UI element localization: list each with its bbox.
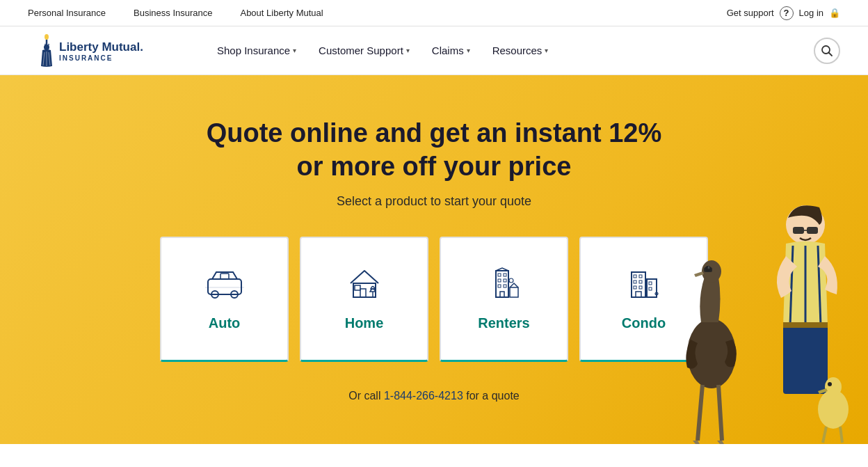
renters-label: Renters [478, 315, 529, 331]
character-illustration [673, 166, 868, 444]
top-bar-actions: Get support ? Log in 🔒 [727, 6, 840, 20]
svg-point-0 [45, 34, 49, 40]
nav-claims[interactable]: Claims ▾ [424, 39, 479, 62]
svg-rect-20 [355, 285, 360, 290]
chevron-down-icon: ▾ [467, 47, 470, 54]
svg-rect-27 [498, 285, 501, 287]
svg-rect-24 [504, 274, 506, 276]
home-icon [345, 267, 384, 304]
svg-line-64 [840, 427, 842, 443]
svg-rect-46 [807, 227, 818, 234]
svg-point-62 [828, 382, 832, 386]
svg-point-31 [509, 278, 513, 283]
logo-svg: Liberty Mutual. INSURANCE [28, 31, 167, 70]
svg-line-63 [823, 427, 826, 443]
business-insurance-link[interactable]: Business Insurance [134, 8, 212, 18]
svg-rect-23 [498, 274, 501, 276]
product-card-renters[interactable]: Renters [440, 237, 568, 362]
get-support-label: Get support [727, 8, 774, 18]
hero-section: Quote online and get an instant 12% or m… [0, 75, 868, 444]
chevron-down-icon: ▾ [406, 47, 410, 54]
cta-suffix: for a quote [463, 390, 520, 402]
svg-rect-57 [704, 267, 712, 272]
product-cards: Auto Home [160, 237, 708, 362]
condo-label: Condo [622, 315, 666, 331]
svg-rect-39 [636, 292, 641, 297]
main-nav: Liberty Mutual. INSURANCE Shop Insurance… [0, 26, 868, 75]
nav-shop-insurance[interactable]: Shop Insurance ▾ [209, 39, 305, 62]
support-icon[interactable]: ? [780, 6, 794, 20]
top-bar-nav: Personal Insurance Business Insurance Ab… [28, 8, 323, 18]
svg-rect-28 [504, 285, 506, 287]
logo[interactable]: Liberty Mutual. INSURANCE [28, 31, 167, 70]
nav-customer-support[interactable]: Customer Support ▾ [310, 39, 418, 62]
auto-label: Auto [209, 315, 241, 331]
svg-point-61 [825, 377, 842, 397]
svg-line-58 [698, 385, 702, 441]
nav-resources[interactable]: Resources ▾ [484, 39, 557, 62]
product-card-auto[interactable]: Auto [160, 237, 289, 362]
chevron-down-icon: ▾ [545, 47, 548, 54]
svg-rect-52 [783, 322, 828, 328]
svg-rect-45 [793, 227, 804, 234]
svg-rect-42 [649, 287, 652, 290]
svg-rect-36 [639, 280, 642, 283]
hero-cta: Or call 1-844-266-4213 for a quote [348, 390, 520, 402]
condo-icon [625, 267, 664, 304]
svg-rect-33 [634, 275, 636, 278]
search-button[interactable] [814, 38, 840, 64]
auto-icon [205, 267, 244, 304]
svg-marker-3 [45, 43, 46, 45]
svg-marker-5 [48, 43, 49, 45]
svg-text:INSURANCE: INSURANCE [59, 54, 113, 62]
svg-rect-19 [360, 289, 366, 297]
cta-text: Or call [348, 390, 384, 402]
hero-title: Quote online and get an instant 12% or m… [207, 117, 662, 183]
hero-subtitle: Select a product to start your quote [337, 194, 531, 209]
nav-links: Shop Insurance ▾ Customer Support ▾ Clai… [209, 39, 814, 62]
svg-rect-26 [504, 279, 506, 282]
small-emu-svg [805, 361, 861, 444]
svg-point-2 [44, 45, 49, 50]
svg-rect-37 [634, 286, 636, 289]
svg-rect-29 [500, 292, 504, 297]
svg-rect-25 [498, 279, 501, 282]
svg-text:Liberty Mutual.: Liberty Mutual. [59, 40, 143, 54]
product-card-home[interactable]: Home [300, 237, 428, 362]
svg-line-12 [829, 52, 833, 56]
svg-rect-38 [639, 286, 642, 289]
renters-icon [485, 267, 524, 304]
cta-phone-link[interactable]: 1-844-266-4213 [384, 390, 463, 402]
svg-rect-41 [649, 282, 652, 285]
svg-rect-16 [220, 274, 229, 279]
chevron-down-icon: ▾ [293, 47, 296, 54]
svg-rect-30 [510, 287, 518, 297]
lock-icon: 🔒 [829, 8, 840, 18]
top-bar: Personal Insurance Business Insurance Ab… [0, 0, 868, 26]
about-link[interactable]: About Liberty Mutual [240, 8, 323, 18]
login-link[interactable]: Log in [799, 8, 823, 18]
home-label: Home [345, 315, 384, 331]
svg-rect-35 [634, 280, 636, 283]
svg-line-59 [718, 385, 722, 441]
personal-insurance-link[interactable]: Personal Insurance [28, 8, 106, 18]
svg-rect-34 [639, 275, 642, 278]
search-icon [821, 45, 833, 57]
emu-svg [673, 242, 757, 444]
